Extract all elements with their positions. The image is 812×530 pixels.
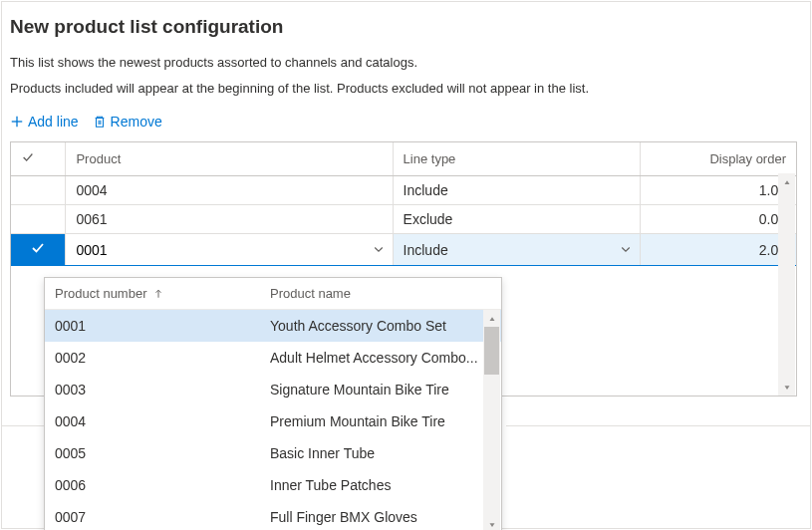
dropdown-item-number: 0001 — [55, 318, 270, 334]
scrollbar-down-button[interactable] — [483, 516, 500, 530]
row-checkbox-cell[interactable] — [11, 176, 66, 205]
dropdown-item-name: Signature Mountain Bike Tire — [270, 382, 491, 398]
dropdown-item-number: 0004 — [55, 413, 270, 429]
table-row[interactable]: 0061 Exclude 0.00 — [11, 205, 796, 234]
product-cell[interactable]: 0061 — [66, 205, 393, 234]
dropdown-item[interactable]: 0001Youth Accessory Combo Set — [45, 310, 501, 342]
dropdown-item-name: Adult Helmet Accessory Combo... — [270, 350, 491, 366]
dropdown-item[interactable]: 0004Premium Mountain Bike Tire — [45, 405, 501, 437]
column-header-product[interactable]: Product — [66, 142, 393, 176]
dropdown-scrollbar[interactable] — [483, 310, 500, 530]
product-input[interactable] — [66, 236, 392, 264]
scrollbar-thumb[interactable] — [484, 327, 499, 375]
linetype-select-cell[interactable]: Include — [393, 234, 640, 266]
dropdown-item-number: 0007 — [55, 509, 270, 525]
checkmark-icon — [21, 150, 35, 164]
dropdown-item-name: Premium Mountain Bike Tire — [270, 413, 491, 429]
svg-marker-2 — [784, 180, 789, 184]
product-cell[interactable]: 0004 — [66, 176, 393, 205]
dropdown-item-number: 0003 — [55, 382, 270, 398]
linetype-value: Include — [404, 242, 448, 258]
column-header-check[interactable] — [11, 142, 66, 176]
scrollbar-up-button[interactable] — [778, 173, 795, 190]
dropdown-item[interactable]: 0005Basic Inner Tube — [45, 437, 501, 469]
dropdown-item[interactable]: 0007Full Finger BMX Gloves — [45, 501, 501, 530]
divider — [2, 425, 50, 426]
dropdown-item-number: 0005 — [55, 445, 270, 461]
linetype-cell[interactable]: Include — [393, 176, 640, 205]
svg-marker-3 — [784, 386, 789, 390]
divider — [506, 425, 810, 426]
scrollbar-down-button[interactable] — [778, 379, 795, 396]
dropdown-item-name: Youth Accessory Combo Set — [270, 318, 491, 334]
column-header-linetype[interactable]: Line type — [393, 142, 640, 176]
linetype-cell[interactable]: Exclude — [393, 205, 640, 234]
sort-ascending-icon — [153, 289, 163, 299]
add-line-label: Add line — [28, 114, 79, 130]
product-lookup-dropdown: Product number Product name 0001Youth Ac… — [44, 277, 502, 530]
row-checkbox-cell[interactable] — [11, 205, 66, 234]
scrollbar-up-button[interactable] — [483, 310, 500, 327]
displayorder-cell[interactable]: 1.00 — [640, 176, 796, 205]
table-scrollbar[interactable] — [778, 173, 795, 396]
product-input-cell[interactable] — [66, 234, 393, 266]
dropdown-header: Product number Product name — [45, 278, 501, 310]
dropdown-item-number: 0006 — [55, 477, 270, 493]
dropdown-item[interactable]: 0006Inner Tube Patches — [45, 469, 501, 501]
product-table: Product Line type Display order 0004 Inc… — [11, 142, 796, 266]
page-title: New product list configuration — [10, 16, 796, 38]
description-line-2: Products included will appear at the beg… — [10, 80, 796, 98]
remove-button[interactable]: Remove — [93, 114, 162, 130]
dropdown-item-number: 0002 — [55, 350, 270, 366]
plus-icon — [10, 115, 24, 129]
dropdown-item[interactable]: 0003Signature Mountain Bike Tire — [45, 374, 501, 405]
dropdown-item-name: Full Finger BMX Gloves — [270, 509, 491, 525]
dropdown-body: 0001Youth Accessory Combo Set0002Adult H… — [45, 310, 501, 530]
row-checkbox-cell-active[interactable] — [11, 234, 66, 266]
description-line-1: This list shows the newest products asso… — [10, 54, 796, 72]
svg-marker-5 — [489, 317, 494, 321]
dropdown-header-number-label: Product number — [55, 286, 147, 301]
dropdown-header-number[interactable]: Product number — [55, 286, 270, 301]
dropdown-item[interactable]: 0002Adult Helmet Accessory Combo... — [45, 342, 501, 374]
remove-label: Remove — [111, 114, 162, 130]
checkmark-icon — [30, 240, 46, 256]
add-line-button[interactable]: Add line — [10, 114, 79, 130]
toolbar: Add line Remove — [10, 114, 796, 130]
displayorder-cell[interactable]: 0.00 — [640, 205, 796, 234]
chevron-down-icon[interactable] — [620, 242, 632, 258]
displayorder-cell[interactable]: 2.00 — [640, 234, 796, 266]
dropdown-item-name: Inner Tube Patches — [270, 477, 491, 493]
table-header-row: Product Line type Display order — [11, 142, 796, 176]
table-row[interactable]: 0004 Include 1.00 — [11, 176, 796, 205]
column-header-displayorder[interactable]: Display order — [640, 142, 796, 176]
trash-icon — [93, 115, 107, 129]
configuration-panel: New product list configuration This list… — [1, 1, 811, 529]
dropdown-item-name: Basic Inner Tube — [270, 445, 491, 461]
svg-marker-6 — [489, 523, 494, 527]
dropdown-header-name[interactable]: Product name — [270, 286, 491, 301]
table-row-active[interactable]: Include 2.00 — [11, 234, 796, 266]
